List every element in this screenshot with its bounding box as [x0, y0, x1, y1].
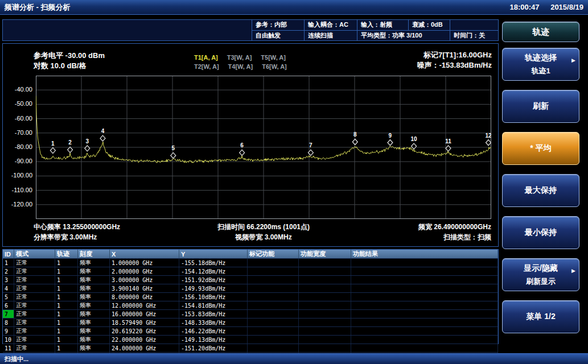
table-cell: 1: [55, 276, 78, 284]
table-cell: 频率: [78, 284, 110, 292]
graph-panel: 参考电平 -30.00 dBm 对数 10.0 dB/格 T1[A, A]T3[…: [2, 43, 499, 247]
table-cell: [299, 327, 351, 335]
column-header: 刻度: [78, 250, 110, 258]
column-header: 功能结果: [351, 250, 498, 258]
marker-row-6[interactable]: 6正常1频率12.000000 GHz-154.81dBm/Hz: [3, 301, 498, 309]
table-cell: [351, 344, 498, 352]
table-cell: 频率: [78, 301, 110, 309]
table-cell: 1: [55, 284, 78, 292]
svg-text:12: 12: [485, 133, 491, 139]
setting-value: 参考：内部: [252, 20, 305, 30]
marker-row-3[interactable]: 3正常1频率3.000000 GHz-151.92dBm/Hz: [3, 275, 498, 284]
softkey-average[interactable]: * 平均: [502, 132, 579, 165]
table-cell: 6: [3, 301, 14, 309]
table-cell: [351, 301, 498, 309]
setting-value: 衰减：0dB: [409, 20, 450, 30]
table-cell: 5: [3, 293, 14, 301]
table-cell: [351, 293, 498, 301]
marker-diamond-6: [240, 150, 245, 155]
chevron-right-icon: ▶: [571, 268, 575, 274]
trace-status-line2: T2[W, A]T4[W, A]T6[W, A]: [194, 61, 296, 71]
marker-diamond-11: [446, 146, 451, 151]
table-cell: [351, 259, 498, 267]
column-header: 模式: [14, 250, 55, 258]
table-cell: [351, 318, 498, 326]
softkey-label: 刷新: [533, 101, 549, 111]
marker-diamond-2: [68, 147, 73, 152]
svg-text:9: 9: [389, 133, 392, 139]
softkey-menu-1-2[interactable]: 菜单 1/2: [502, 300, 579, 333]
table-cell: 频率: [78, 293, 110, 301]
table-cell: [351, 267, 498, 275]
table-cell: 1: [55, 336, 78, 344]
softkey-trace-select[interactable]: 轨迹选择轨迹1▶: [502, 48, 579, 81]
table-cell: 1: [55, 301, 78, 309]
table-cell: 8: [3, 318, 14, 326]
marker-row-7[interactable]: 7正常1频率16.000000 GHz-153.83dBm/Hz: [3, 309, 498, 318]
svg-text:10: 10: [411, 136, 418, 142]
ref-level-label: 参考电平 -30.00 dBm: [34, 51, 105, 61]
table-cell: -156.10dBm/Hz: [179, 293, 248, 301]
scale-label: 对数 10.0 dB/格: [34, 61, 86, 71]
table-cell: 1: [55, 327, 78, 335]
marker-row-8[interactable]: 8正常1频率18.579490 GHz-148.33dBm/Hz: [3, 318, 498, 326]
table-cell: 1.000000 GHz: [110, 259, 179, 267]
table-cell: [248, 318, 299, 326]
table-cell: 10: [3, 336, 14, 344]
y-axis-label: -40.00: [3, 86, 32, 93]
table-cell: [299, 318, 351, 326]
marker-row-4[interactable]: 4正常1频率3.900140 GHz-149.93dBm/Hz: [3, 284, 498, 292]
column-header: ID: [3, 250, 14, 258]
svg-text:5: 5: [172, 145, 175, 151]
table-cell: 24.000000 GHz: [110, 344, 179, 352]
table-cell: [299, 259, 351, 267]
svg-text:4: 4: [101, 128, 105, 134]
table-cell: -153.83dBm/Hz: [179, 310, 248, 318]
setting-value: 时间门：关: [450, 31, 498, 41]
marker-row-1[interactable]: 1正常1频率1.000000 GHz-155.18dBm/Hz: [3, 258, 498, 267]
table-cell: 正常: [14, 293, 55, 301]
softkey-label: 最大保持: [525, 185, 557, 196]
table-cell: [299, 276, 351, 284]
marker-diamond-10: [412, 143, 417, 149]
table-cell: 正常: [14, 284, 55, 292]
softkey-label: 最小保持: [525, 228, 557, 238]
softkey-label: 轨迹选择: [525, 53, 557, 63]
table-cell: 8.000000 GHz: [110, 293, 179, 301]
table-cell: 频率: [78, 259, 110, 267]
table-cell: 7: [3, 310, 14, 318]
table-cell: 20.619220 GHz: [110, 327, 179, 335]
marker-diamond-12: [486, 140, 491, 146]
setting-value: 自由触发: [252, 31, 305, 41]
softkey-clear-write[interactable]: 刷新: [502, 90, 579, 123]
table-cell: 4: [3, 284, 14, 292]
softkey-min-hold[interactable]: 最小保持: [502, 216, 579, 249]
table-cell: 频率: [78, 310, 110, 318]
spectrum-trace-svg: 123456789101112: [36, 76, 491, 219]
table-cell: 3: [3, 276, 14, 284]
softkey-label: 菜单 1/2: [526, 312, 555, 322]
table-cell: -151.20dBm/Hz: [179, 344, 248, 352]
y-axis-label: -80.00: [3, 143, 32, 150]
marker-row-11[interactable]: 11正常1频率24.000000 GHz-151.20dBm/Hz: [3, 344, 498, 352]
marker-row-2[interactable]: 2正常1频率2.000000 GHz-154.12dBm/Hz: [3, 267, 498, 275]
softkey-trace[interactable]: 轨迹: [502, 22, 579, 42]
softkey-label: 显示/隐藏: [524, 263, 558, 274]
svg-text:1: 1: [51, 140, 55, 147]
softkey-max-hold[interactable]: 最大保持: [502, 174, 579, 207]
table-cell: 2: [3, 267, 14, 275]
marker-row-5[interactable]: 5正常1频率8.000000 GHz-156.10dBm/Hz: [3, 292, 498, 301]
table-cell: -151.92dBm/Hz: [179, 276, 248, 284]
trace-status-t4: T4[W, A]: [228, 63, 253, 70]
spectrum-plot[interactable]: 123456789101112: [36, 76, 491, 219]
svg-text:7: 7: [309, 142, 312, 148]
table-cell: 1: [55, 318, 78, 326]
table-cell: 正常: [14, 344, 55, 352]
vbw-label: 视频带宽 3.00MHz: [36, 233, 491, 242]
marker-row-9[interactable]: 9正常1频率20.619220 GHz-146.22dBm/Hz: [3, 326, 498, 335]
marker-row-10[interactable]: 10正常1频率22.000000 GHz-149.13dBm/Hz: [3, 335, 498, 344]
table-cell: [351, 284, 498, 292]
softkey-display-hide[interactable]: 显示/隐藏刷新显示▶: [502, 258, 579, 291]
table-cell: 2.000000 GHz: [110, 267, 179, 275]
column-header: 功能宽度: [299, 250, 351, 258]
